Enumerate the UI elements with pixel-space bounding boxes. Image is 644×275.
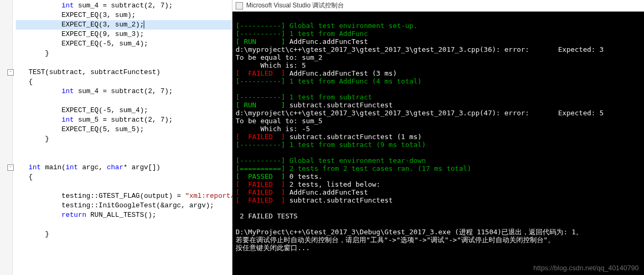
sep-line: [----------] Global test environment tea…	[236, 157, 426, 164]
error-line: d:\myproject\c++\gtest_2017_3\gtest_2017…	[236, 45, 604, 53]
watermark: https://blog.csdn.net/qq_40140790	[534, 264, 639, 272]
code-line[interactable]: int sum_4 = subtract(2, 7);	[16, 87, 232, 96]
prompt-line: 按任意键关闭此窗口...	[236, 244, 310, 252]
code-line[interactable]: {	[16, 77, 232, 87]
code-line[interactable]: EXPECT_EQ(3, sum);	[16, 11, 232, 20]
code-line[interactable]: EXPECT_EQ(9, sum_3);	[16, 30, 232, 39]
exit-line: D:\MyProject\c++\Gtest_2017_3\Debug\Gtes…	[236, 228, 583, 236]
code-line[interactable]	[16, 220, 232, 230]
code-line[interactable]: }	[16, 134, 232, 144]
sep-line: [----------] Global test environment set…	[236, 22, 417, 30]
code-line[interactable]: TEST(subtract, subtractFunctest)	[16, 68, 232, 77]
code-line[interactable]: }	[16, 49, 232, 58]
console-titlebar[interactable]: Microsoft Visual Studio 调试控制台	[232, 0, 644, 12]
code-line[interactable]: int main(int argc, char* argv[])	[16, 163, 232, 172]
sep-total: [==========] 2 tests from 2 test cases r…	[236, 164, 471, 172]
error-line: To be equal to: sum_5	[236, 117, 322, 125]
sep-line: [----------] 1 test from AddFunc (4 ms t…	[236, 77, 422, 85]
code-editor[interactable]: int sum_4 = subtract(2, 7); EXPECT_EQ(3,…	[0, 0, 232, 275]
fold-toggle[interactable]: -	[7, 164, 14, 171]
test-name: subtract.subtractFunctest	[285, 101, 393, 109]
code-line[interactable]: testing::GTEST_FLAG(output) = "xml:repor…	[16, 191, 232, 201]
code-line[interactable]: EXPECT_EQ(5, sum_5);	[16, 125, 232, 134]
console-title: Microsoft Visual Studio 调试控制台	[246, 1, 344, 10]
code-line[interactable]: testing::InitGoogleTest(&argc, argv);	[16, 201, 232, 210]
code-line[interactable]: EXPECT_EQ(-5, sum_4);	[16, 106, 232, 115]
sep-line: [----------] 1 test from subtract	[236, 93, 372, 101]
error-line: To be equal to: sum_2	[236, 53, 322, 61]
test-result: AddFunc.addFuncTest (3 ms)	[285, 69, 397, 77]
failed-test: AddFunc.addFuncTest	[285, 188, 368, 196]
code-line[interactable]	[16, 58, 232, 68]
passed-tag: [ PASSED ]	[236, 172, 285, 180]
failed-tag: [ FAILED ]	[236, 180, 285, 188]
error-line: d:\myproject\c++\gtest_2017_3\gtest_2017…	[236, 109, 604, 117]
app-icon	[236, 2, 243, 10]
failed-tag: [ FAILED ]	[236, 69, 285, 77]
failed-summary: 2 tests, listed below:	[285, 180, 380, 188]
failed-tag: [ FAILED ]	[236, 196, 285, 204]
failed-tag: [ FAILED ]	[236, 133, 285, 141]
error-line: Which is: 5	[236, 61, 306, 69]
sep-line: [----------] 1 test from AddFunc	[236, 30, 368, 38]
code-line[interactable]: int sum_5 = subtract(2, 7);	[16, 115, 232, 125]
passed-count: 0 tests.	[285, 172, 322, 180]
editor-gutter	[0, 0, 13, 275]
console-window: Microsoft Visual Studio 调试控制台 [---------…	[232, 0, 644, 275]
error-line: Which is: -5	[236, 125, 310, 133]
code-line[interactable]: EXPECT_EQ(3, sum_2);	[16, 20, 232, 30]
test-name: AddFunc.addFuncTest	[285, 38, 368, 45]
failed-tag: [ FAILED ]	[236, 188, 285, 196]
run-tag: [ RUN ]	[236, 101, 285, 109]
test-result: subtract.subtractFunctest (1 ms)	[285, 133, 422, 141]
code-line[interactable]: }	[16, 230, 232, 239]
fold-toggle[interactable]: -	[7, 69, 14, 76]
code-line[interactable]	[16, 144, 232, 153]
console-output[interactable]: [----------] Global test environment set…	[232, 12, 644, 275]
failed-total: 2 FAILED TESTS	[236, 212, 297, 220]
code-line[interactable]: int sum_4 = subtract(2, 7);	[16, 1, 232, 11]
run-tag: [ RUN ]	[236, 38, 285, 45]
code-line[interactable]: {	[16, 172, 232, 182]
failed-test: subtract.subtractFunctest	[285, 196, 393, 204]
code-area[interactable]: int sum_4 = subtract(2, 7); EXPECT_EQ(3,…	[0, 0, 232, 239]
code-line[interactable]: EXPECT_EQ(-5, sum_4);	[16, 39, 232, 49]
code-line[interactable]	[16, 153, 232, 163]
hint-line: 若要在调试停止时自动关闭控制台，请启用"工具"->"选项"->"调试"->"调试…	[236, 236, 555, 244]
sep-line: [----------] 1 test from subtract (9 ms …	[236, 141, 426, 149]
code-line[interactable]	[16, 182, 232, 191]
code-line[interactable]	[16, 96, 232, 106]
code-line[interactable]: return RUN_ALL_TESTS();	[16, 210, 232, 220]
